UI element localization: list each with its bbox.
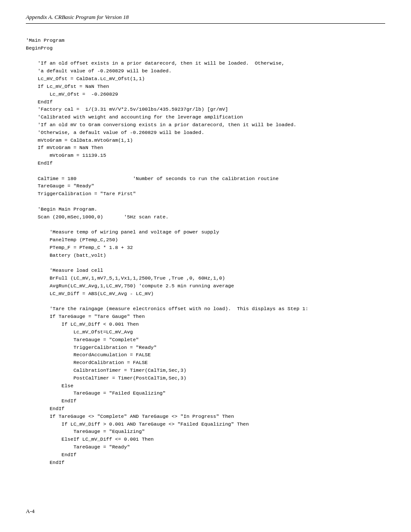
page-container: Appendix A. CRBasic Program for Version …	[0, 0, 411, 532]
page-header: Appendix A. CRBasic Program for Version …	[26, 13, 385, 24]
page-number: A-4	[26, 508, 34, 514]
header-title: Appendix A. CRBasic Program for Version …	[26, 14, 129, 20]
code-block: 'Main Program BeginProg 'If an old offse…	[26, 37, 385, 467]
page-footer: A-4	[26, 508, 34, 515]
